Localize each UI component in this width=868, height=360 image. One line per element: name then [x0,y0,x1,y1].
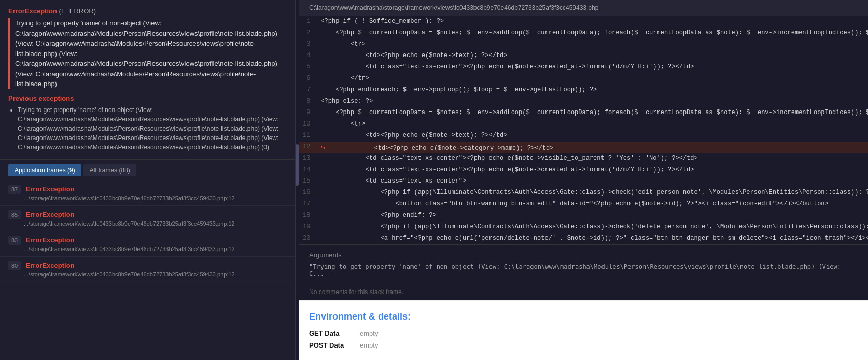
frame-path-83: ...\storage\framework\views\fc0433bc8b9e… [8,246,286,252]
line-code: <?php else: ?> [316,96,868,107]
line-code: <?php if (app(\Illuminate\Contracts\Auth… [316,221,868,233]
line-code: ↪ <td><?php echo e($note->category->name… [316,142,868,153]
prev-exception-item: Trying to get property 'name' of non-obj… [18,105,286,152]
code-line-13: 13 <td class="text-xs-center"><?php echo… [299,153,868,164]
no-comments: No comments for this stack frame. [299,284,868,300]
line-code: <td class="text-xs-center"><?php echo e(… [316,153,868,164]
frame-number-80: 80 [8,261,21,270]
line-code: <tr> [316,119,868,130]
line-code: <?php if ( ! $office_member ): ?> [316,16,868,27]
error-header: ErrorException (E_ERROR) Trying to get p… [0,0,295,160]
line-code: <?php $__currentLoopData = $notes; $__en… [316,27,868,39]
line-code: <?php $__currentLoopData = $notes; $__en… [316,107,868,119]
line-number: 11 [299,130,316,142]
frame-path-80: ...\storage\framework\views\fc0433bc8b9e… [8,271,286,278]
error-code: (E_ERROR) [59,7,96,15]
line-code: <?php if (app(\Illuminate\Contracts\Auth… [316,187,868,199]
code-view[interactable]: 1<?php if ( ! $office_member ): ?>2 <?ph… [299,16,868,360]
scrollbar-thumb[interactable] [296,144,299,186]
env-val-get: empty [360,329,378,337]
code-line-17: 17 <button class="btn btn-warning btn-sm… [299,199,868,210]
line-number: 2 [299,27,316,39]
line-code: <td class="text-xs-center"> [316,176,868,187]
error-type: ErrorException (E_ERROR) [8,7,286,15]
frame-path-85: ...\storage\framework\views\fc0433bc8b9e… [8,220,286,227]
line-code: <button class="btn btn-warning btn-sm ed… [316,199,868,210]
line-number: 19 [299,221,316,233]
line-number: 4 [299,50,316,62]
env-val-post: empty [360,341,378,349]
line-code: </tr> [316,73,868,85]
code-line-4: 4 <td><?php echo e($note->text); ?></td> [299,50,868,62]
frame-number-85: 85 [8,210,21,219]
line-number: 17 [299,199,316,210]
argument-value: "Trying to get property 'name' of non-ob… [309,263,858,278]
line-number: 1 [299,16,316,27]
line-number: 6 [299,73,316,85]
error-exception-label: ErrorException [8,7,57,15]
line-number: 15 [299,176,316,187]
env-section: Environment & details: GET Data empty PO… [299,300,868,360]
code-line-20: 20 <a href="<?php echo e(url('person/del… [299,233,868,244]
arguments-section: Arguments "Trying to get property 'name'… [299,244,868,284]
line-number: 18 [299,210,316,221]
code-line-5: 5 <td class="text-xs-center"><?php echo … [299,62,868,73]
prev-exceptions-list: Trying to get property 'name' of non-obj… [8,105,286,152]
line-number: 7 [299,85,316,96]
frame-class-85: ErrorException [26,211,75,218]
line-code: <?php endforeach; $__env->popLoop(); $lo… [316,85,868,96]
code-line-11: 11 <td><?php echo e($note->text); ?></td… [299,130,868,142]
code-line-10: 10 <tr> [299,119,868,130]
line-number: 14 [299,164,316,176]
left-panel: ErrorException (E_ERROR) Trying to get p… [0,0,296,360]
code-line-12: 12↪ <td><?php echo e($note->category->na… [299,142,868,153]
line-code: <?php endif; ?> [316,210,868,221]
code-table: 1<?php if ( ! $office_member ): ?>2 <?ph… [299,16,868,244]
line-number: 20 [299,233,316,244]
frame-class-83: ErrorException [26,236,75,244]
line-number: 16 [299,187,316,199]
frame-item-83[interactable]: 83 ErrorException ...\storage\framework\… [0,231,295,257]
code-line-2: 2 <?php $__currentLoopData = $notes; $__… [299,27,868,39]
frame-item-80[interactable]: 80 ErrorException ...\storage\framework\… [0,257,295,282]
code-line-7: 7 <?php endforeach; $__env->popLoop(); $… [299,85,868,96]
line-code: <td><?php echo e($note->text); ?></td> [316,50,868,62]
line-code: <a href="<?php echo e(url('person/delete… [316,233,868,244]
line-number: 3 [299,39,316,50]
right-panel: C:\laragon\www\madrasha\storage\framewor… [299,0,868,360]
line-number: 9 [299,107,316,119]
frames-tabs: Application frames (9) All frames (88) [0,160,295,176]
code-line-3: 3 <tr> [299,39,868,50]
line-number: 5 [299,62,316,73]
code-line-16: 16 <?php if (app(\Illuminate\Contracts\A… [299,187,868,199]
error-message: Trying to get property 'name' of non-obj… [8,18,286,89]
frame-number-87: 87 [8,185,21,194]
application-frames-tab[interactable]: Application frames (9) [8,164,81,176]
line-code: <tr> [316,39,868,50]
file-path-bar: C:\laragon\www\madrasha\storage\framewor… [299,0,868,16]
frame-item-87[interactable]: 87 ErrorException ...\storage\framework\… [0,181,295,206]
code-line-19: 19 <?php if (app(\Illuminate\Contracts\A… [299,221,868,233]
code-line-9: 9 <?php $__currentLoopData = $notes; $__… [299,107,868,119]
error-arrow-icon: ↪ [320,144,329,152]
line-number: 8 [299,96,316,107]
line-code: <td><?php echo e($note->text); ?></td> [316,130,868,142]
frame-class-87: ErrorException [26,185,75,193]
all-frames-tab[interactable]: All frames (88) [83,164,136,176]
line-code: <td class="text-xs-center"><?php echo e(… [316,62,868,73]
line-code: <td class="text-xs-center"><?php echo e(… [316,164,868,176]
env-row-post: POST Data empty [309,341,858,349]
code-line-18: 18 <?php endif; ?> [299,210,868,221]
code-line-15: 15 <td class="text-xs-center"> [299,176,868,187]
line-number: 10 [299,119,316,130]
prev-exceptions-title: Previous exceptions [8,94,286,102]
code-line-1: 1<?php if ( ! $office_member ): ?> [299,16,868,27]
frame-number-83: 83 [8,236,21,245]
arguments-title: Arguments [309,251,858,259]
left-scrollbar[interactable] [296,0,299,360]
frame-class-80: ErrorException [26,261,75,269]
frame-path-87: ...\storage\framework\views\fc0433bc8b9e… [8,195,286,201]
frame-item-85[interactable]: 85 ErrorException ...\storage\framework\… [0,206,295,231]
env-row-get: GET Data empty [309,329,858,337]
code-line-6: 6 </tr> [299,73,868,85]
